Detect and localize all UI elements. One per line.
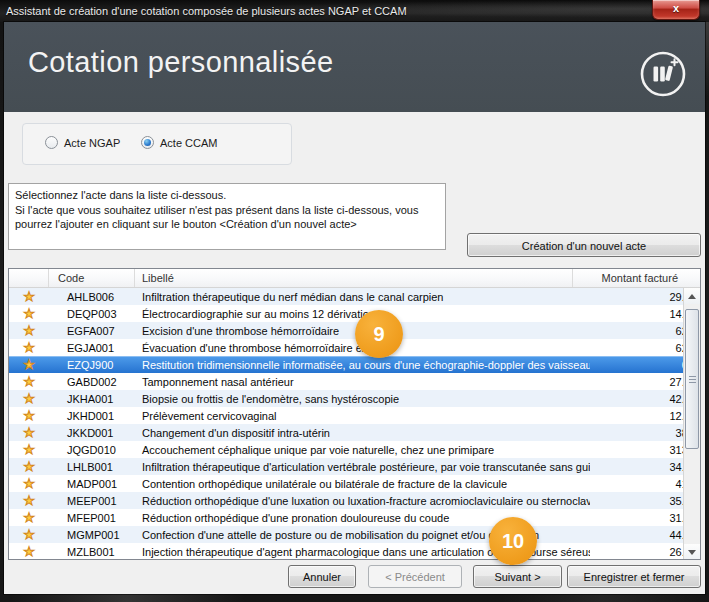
- scroll-up-button[interactable]: [684, 288, 700, 304]
- thumb-grip-icon: [689, 376, 696, 377]
- table-row[interactable]: ★EGJA001Évacuation d'une thrombose hémor…: [9, 339, 700, 356]
- books-plus-icon: [639, 50, 687, 98]
- act-code: MADP001: [49, 478, 135, 490]
- column-header-montant[interactable]: Montant facturé: [573, 269, 700, 287]
- thumb-grip-icon: [689, 379, 696, 380]
- favorite-star-icon[interactable]: ★: [9, 458, 49, 475]
- radio-acte-ccam[interactable]: Acte CCAM: [141, 136, 217, 149]
- favorite-star-icon[interactable]: ★: [9, 322, 49, 339]
- act-code: AHLB006: [49, 291, 135, 303]
- favorite-star-icon[interactable]: ★: [9, 424, 49, 441]
- act-code: MZLB001: [49, 546, 135, 558]
- act-libelle: Infiltration thérapeutique du nerf média…: [135, 291, 590, 303]
- act-libelle: Prélèvement cervicovaginal: [135, 410, 590, 422]
- act-code: DEQP003: [49, 308, 135, 320]
- radio-acte-ngap-label: Acte NGAP: [64, 137, 120, 149]
- radio-checked-icon[interactable]: [141, 136, 154, 149]
- act-libelle: Tamponnement nasal antérieur: [135, 376, 590, 388]
- scrollbar-thumb[interactable]: [685, 309, 699, 449]
- radio-acte-ccam-label: Acte CCAM: [160, 137, 217, 149]
- table-row[interactable]: ★LHLB001Infiltration thérapeutique d'art…: [9, 458, 700, 475]
- acts-table: Code Libellé Montant facturé ★AHLB006Inf…: [8, 268, 701, 560]
- annotation-badge-9: 9: [355, 310, 403, 358]
- act-libelle: Changement d'un dispositif intra-utérin: [135, 427, 590, 439]
- favorite-star-icon[interactable]: ★: [9, 390, 49, 407]
- favorite-star-icon[interactable]: ★: [9, 407, 49, 424]
- act-libelle: Réduction orthopédique d'une luxation ou…: [135, 495, 590, 507]
- act-code: MFEP001: [49, 512, 135, 524]
- table-row[interactable]: ★MEEP001Réduction orthopédique d'une lux…: [9, 492, 700, 509]
- act-code: LHLB001: [49, 461, 135, 473]
- save-and-close-button[interactable]: Enregistrer et fermer: [567, 565, 701, 588]
- table-row[interactable]: ★MZLB001Injection thérapeutique d'agent …: [9, 543, 700, 560]
- favorite-star-icon[interactable]: ★: [9, 288, 49, 305]
- act-libelle: Infiltration thérapeutique d'articulatio…: [135, 461, 590, 473]
- dialog-window: Cotation personnalisée Acte NGAP Acte CC…: [4, 22, 705, 594]
- radio-unchecked-icon[interactable]: [45, 136, 58, 149]
- table-row[interactable]: ★MADP001Contention orthopédique unilatér…: [9, 475, 700, 492]
- column-header-libelle[interactable]: Libellé: [135, 269, 573, 287]
- table-row[interactable]: ★DEQP003Électrocardiographie sur au moin…: [9, 305, 700, 322]
- radio-acte-ngap[interactable]: Acte NGAP: [45, 136, 120, 149]
- table-header: Code Libellé Montant facturé: [9, 269, 700, 288]
- table-row[interactable]: ★JKHD001Prélèvement cervicovaginal12.46: [9, 407, 700, 424]
- act-code: MGMP001: [49, 529, 135, 541]
- favorite-star-icon[interactable]: ★: [9, 492, 49, 509]
- act-code: JKKD001: [49, 427, 135, 439]
- favorite-star-icon[interactable]: ★: [9, 543, 49, 560]
- table-row[interactable]: ★AHLB006Infiltration thérapeutique du ne…: [9, 288, 700, 305]
- favorite-star-icon[interactable]: ★: [9, 441, 49, 458]
- act-code: EGFA007: [49, 325, 135, 337]
- table-row[interactable]: ★MGMP001Confection d'une attelle de post…: [9, 526, 700, 543]
- favorite-star-icon[interactable]: ★: [9, 526, 49, 543]
- table-row[interactable]: ★EZQJ900Restitution tridimensionnelle in…: [9, 356, 700, 373]
- arrow-up-icon: [688, 294, 696, 299]
- table-row[interactable]: ★JQGD010Accouchement céphalique unique p…: [9, 441, 700, 458]
- favorite-star-icon[interactable]: ★: [9, 305, 49, 322]
- table-row[interactable]: ★GABD002Tamponnement nasal antérieur27.7…: [9, 373, 700, 390]
- create-new-act-button[interactable]: Création d'un nouvel acte: [467, 233, 701, 257]
- act-type-group: Acte NGAP Acte CCAM: [22, 123, 292, 165]
- favorite-star-icon[interactable]: ★: [9, 509, 49, 526]
- previous-button: < Précédent: [368, 565, 462, 588]
- desktop-background: Assistant de création d'une cotation com…: [0, 0, 709, 602]
- act-libelle: Biopsie ou frottis de l'endomètre, sans …: [135, 393, 590, 405]
- act-code: EZQJ900: [49, 359, 135, 371]
- favorite-star-icon[interactable]: ★: [9, 339, 49, 356]
- page-title: Cotation personnalisée: [28, 46, 333, 79]
- arrow-down-icon: [688, 550, 696, 555]
- column-header-star[interactable]: [9, 269, 49, 287]
- next-button[interactable]: Suivant >: [473, 565, 562, 588]
- act-code: EGJA001: [49, 342, 135, 354]
- vertical-scrollbar[interactable]: [683, 288, 700, 560]
- dialog-header: Cotation personnalisée: [4, 22, 705, 112]
- table-row[interactable]: ★MFEP001Réduction orthopédique d'une pro…: [9, 509, 700, 526]
- act-libelle: Contention orthopédique unilatérale ou b…: [135, 478, 590, 490]
- column-header-code[interactable]: Code: [49, 269, 135, 287]
- table-row[interactable]: ★JKKD001Changement d'un dispositif intra…: [9, 424, 700, 441]
- scroll-down-button[interactable]: [684, 544, 700, 560]
- cancel-button[interactable]: Annuler: [288, 565, 356, 588]
- act-libelle: Accouchement céphalique unique par voie …: [135, 444, 590, 456]
- act-libelle: Restitution tridimensionnelle informatis…: [135, 359, 590, 371]
- favorite-star-icon[interactable]: ★: [9, 373, 49, 390]
- act-code: MEEP001: [49, 495, 135, 507]
- thumb-grip-icon: [689, 382, 696, 383]
- act-code: JQGD010: [49, 444, 135, 456]
- favorite-star-icon[interactable]: ★: [9, 475, 49, 492]
- act-code: JKHA001: [49, 393, 135, 405]
- close-button[interactable]: x: [652, 0, 700, 20]
- instructions-line1: Sélectionnez l'acte dans la liste ci-des…: [15, 188, 439, 203]
- act-code: GABD002: [49, 376, 135, 388]
- instructions-box: Sélectionnez l'acte dans la liste ci-des…: [8, 183, 446, 250]
- instructions-line2: Si l'acte que vous souhaitez utiliser n'…: [15, 203, 439, 232]
- window-titlebar: Assistant de création d'une cotation com…: [0, 0, 709, 22]
- act-code: JKHD001: [49, 410, 135, 422]
- table-row[interactable]: ★JKHA001Biopsie ou frottis de l'endomètr…: [9, 390, 700, 407]
- annotation-badge-10: 10: [489, 517, 537, 565]
- dialog-body: Acte NGAP Acte CCAM Sélectionnez l'acte …: [4, 112, 705, 594]
- favorite-star-icon[interactable]: ★: [9, 356, 49, 373]
- window-title: Assistant de création d'une cotation com…: [6, 0, 407, 22]
